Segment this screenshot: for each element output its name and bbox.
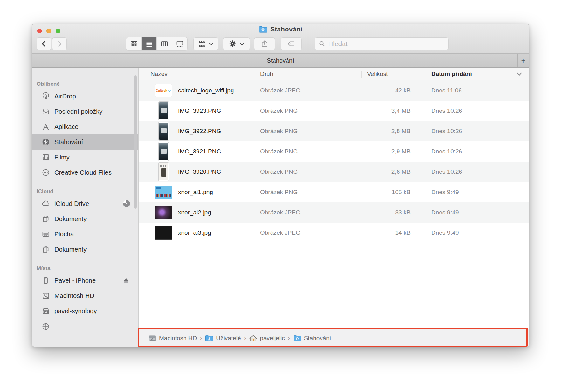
chevron-down-icon (209, 41, 214, 46)
file-date-added: Dnes 11:06 (420, 87, 529, 94)
column-divider[interactable] (361, 71, 362, 78)
chevron-down-icon (239, 41, 245, 46)
path-item-macintosh-hd[interactable]: Macintosh HD (148, 335, 197, 342)
sidebar-item-label: Stahování (54, 139, 83, 146)
tab-stahovani[interactable]: Stahování (267, 57, 294, 64)
search-input[interactable] (328, 40, 445, 48)
phone-screenshot-thumbnail (154, 122, 173, 140)
icon-view-button[interactable] (126, 37, 142, 50)
file-name: caltech_logo_wifi.jpg (178, 87, 234, 94)
sidebar-item-label: pavel-synology (54, 308, 97, 315)
table-row[interactable]: Caltech caltech_logo_wifi.jpg Obrázek JP… (139, 80, 529, 101)
sidebar-item-label: Filmy (54, 154, 70, 161)
sidebar-item-label: Dokumenty (54, 215, 87, 223)
column-view-icon (160, 40, 169, 48)
file-kind: Obrázek PNG (253, 189, 361, 196)
path-item-label: Uživatelé (216, 335, 241, 342)
home-icon (249, 335, 257, 342)
sidebar-item-icloud-drive[interactable]: iCloud Drive (32, 196, 138, 211)
eject-icon[interactable] (122, 277, 130, 284)
table-row[interactable]: IMG_3923.PNG Obrázek PNG 3,4 MB Dnes 10:… (139, 101, 529, 121)
sidebar-item-documents-2[interactable]: Dokumenty (32, 242, 138, 257)
action-button[interactable] (223, 37, 250, 50)
column-header-date-added[interactable]: Datum přidání (420, 71, 529, 78)
share-button[interactable] (254, 37, 275, 50)
column-header-name[interactable]: Název (139, 71, 253, 78)
path-item-stahovani[interactable]: Stahování (293, 335, 331, 342)
caltech-logo-thumbnail: Caltech (154, 84, 173, 97)
forward-button[interactable] (52, 37, 67, 50)
documents-icon (41, 215, 51, 223)
sidebar-item-pavel-synology[interactable]: pavel-synology (32, 303, 138, 319)
sidebar-item-desktop[interactable]: Plocha (32, 226, 138, 242)
back-button[interactable] (37, 37, 51, 50)
sidebar-scrollbar[interactable] (134, 75, 137, 209)
table-row[interactable]: xnor_ai3.jpg Obrázek JPEG 14 kB Dnes 9:4… (139, 223, 529, 243)
column-divider[interactable] (420, 71, 420, 78)
table-row[interactable]: xnor_ai2.jpg Obrázek JPEG 33 kB Dnes 9:4… (139, 202, 529, 223)
search-icon (319, 40, 326, 47)
sidebar-item-label: Dokumenty (54, 246, 87, 253)
file-kind: Obrázek JPEG (253, 87, 361, 94)
file-name: IMG_3923.PNG (178, 107, 221, 114)
tag-button[interactable] (281, 37, 302, 50)
applications-icon (41, 123, 51, 131)
hard-drive-icon (148, 335, 156, 342)
back-icon (40, 40, 48, 48)
sidebar-item-label: Creative Cloud Files (54, 169, 112, 176)
table-row[interactable]: IMG_3922.PNG Obrázek PNG 2,8 MB Dnes 10:… (139, 121, 529, 141)
tag-icon (287, 40, 296, 48)
search-field (315, 37, 449, 50)
sidebar-item-movies[interactable]: Filmy (32, 150, 138, 165)
path-item-uzivatele[interactable]: Uživatelé (205, 335, 241, 342)
sidebar-item-iphone[interactable]: Pavel - iPhone (32, 273, 138, 288)
sidebar-item-applications[interactable]: Aplikace (32, 119, 138, 134)
group-button[interactable] (193, 37, 218, 50)
file-name: IMG_3922.PNG (178, 128, 221, 135)
sidebar-item-airdrop[interactable]: AirDrop (32, 89, 138, 104)
sidebar: Oblíbené AirDrop Poslední položky Aplika… (32, 68, 139, 347)
file-date-added: Dnes 9:49 (420, 209, 529, 216)
network-icon-partial (41, 322, 51, 330)
downloads-folder-icon (259, 26, 267, 33)
gallery-view-button[interactable] (172, 37, 187, 50)
dark-photo-thumbnail (154, 206, 173, 219)
column-divider[interactable] (253, 71, 253, 78)
file-name: xnor_ai1.png (178, 189, 213, 196)
sidebar-item-documents[interactable]: Dokumenty (32, 211, 138, 226)
list-view-icon (145, 40, 153, 48)
file-size: 33 kB (361, 209, 420, 216)
sidebar-item-label: AirDrop (54, 93, 76, 100)
chevron-down-icon[interactable] (517, 72, 522, 76)
file-list-pane: Název Druh Velikost Datum přidání Caltec… (139, 68, 529, 347)
file-date-added: Dnes 10:26 (420, 128, 529, 135)
file-date-added: Dnes 9:49 (420, 229, 529, 236)
file-date-added: Dnes 10:26 (420, 148, 529, 155)
iphone-icon (41, 276, 51, 285)
column-view-button[interactable] (157, 37, 172, 50)
sidebar-item-macintosh-hd[interactable]: Macintosh HD (32, 288, 138, 303)
hard-drive-icon (41, 292, 51, 300)
list-view-button[interactable] (142, 37, 157, 50)
sidebar-item-network-partial[interactable] (32, 319, 138, 334)
documents-icon (41, 245, 51, 253)
phone-screenshot-thumbnail (154, 142, 173, 161)
column-header-size[interactable]: Velikost (361, 71, 420, 78)
new-tab-button[interactable]: + (517, 54, 529, 67)
table-row[interactable]: IMG_3921.PNG Obrázek PNG 2,9 MB Dnes 10:… (139, 141, 529, 162)
icloud-icon (41, 199, 51, 208)
group-icon (198, 40, 206, 48)
column-header-kind[interactable]: Druh (253, 71, 361, 78)
file-size: 105 kB (361, 189, 420, 196)
table-row[interactable]: xnor_ai1.png Obrázek PNG 105 kB Dnes 9:4… (139, 182, 529, 202)
sidebar-item-recents[interactable]: Poslední položky (32, 104, 138, 119)
file-size: 42 kB (361, 87, 420, 94)
sidebar-item-downloads[interactable]: Stahování (32, 134, 138, 150)
path-item-label: Stahování (304, 335, 331, 342)
desktop-icon (41, 230, 51, 238)
sidebar-item-creative-cloud[interactable]: Creative Cloud Files (32, 165, 138, 180)
path-item-paveljelic[interactable]: paveljelic (249, 335, 285, 342)
table-row[interactable]: IMG_3920.PNG Obrázek PNG 2,6 MB Dnes 10:… (139, 162, 529, 182)
downloads-icon (41, 138, 51, 146)
file-date-added: Dnes 9:49 (420, 189, 529, 196)
